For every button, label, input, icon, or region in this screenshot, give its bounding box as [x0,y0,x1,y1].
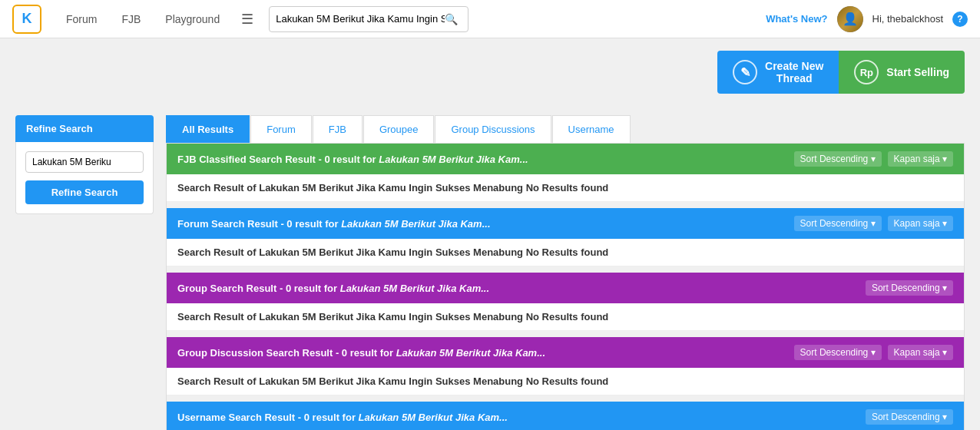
forum-title-text: Forum Search Result [177,218,278,230]
content: All Results Forum FJB Groupee Group Disc… [166,115,965,430]
pencil-icon: ✎ [733,60,757,84]
forum-result-section: Forum Search Result - 0 result for Lakuk… [167,208,964,266]
forum-result-header: Forum Search Result - 0 result for Lakuk… [167,208,964,239]
avatar-image: 👤 [837,6,863,32]
tab-username[interactable]: Username [552,115,631,143]
create-thread-label: Create NewThread [765,60,823,84]
group-result-section: Group Search Result - 0 result for Lakuk… [167,273,964,331]
rp-icon: Rp [854,60,879,84]
username-result-title: Username Search Result - 0 result for La… [177,412,508,423]
fjb-kapan-button[interactable]: Kapan saja ▾ [888,151,953,167]
forum-result-title: Forum Search Result - 0 result for Lakuk… [177,218,491,230]
sidebar-refine-button[interactable]: Refine Search [25,180,144,204]
divider-2 [167,266,964,273]
fjb-result-title: FJB Classified Search Result - 0 result … [177,154,528,165]
action-buttons: ✎ Create NewThread Rp Start Selling [0,38,980,100]
fjb-title-text: FJB Classified Search Result [177,154,316,165]
group-result-query: Lakukan 5M Berikut Jika Kam... [340,283,489,294]
tab-fjb[interactable]: FJB [313,115,363,143]
divider-4 [167,395,964,402]
fjb-result-body: Search Result of Lakukan 5M Berikut Jika… [167,174,964,202]
search-icon[interactable]: 🔍 [445,13,458,25]
group-result-header: Group Search Result - 0 result for Lakuk… [167,273,964,303]
divider-1 [167,202,964,208]
logo-letter: K [22,11,32,27]
username-result-header: Username Search Result - 0 result for La… [167,402,964,430]
logo[interactable]: K [12,5,41,34]
forum-result-prefix: - 0 result for [280,218,341,230]
username-result-query: Lakukan 5M Berikut Jika Kam... [359,412,508,423]
main-area: Refine Search Refine Search All Results … [0,100,980,430]
tab-groupee[interactable]: Groupee [363,115,435,143]
group-discussion-sort-controls: Sort Descending ▾ Kapan saja ▾ [794,345,953,360]
divider-3 [167,331,964,337]
search-bar: 🔍 [269,6,468,32]
group-discussion-result-query: Lakukan 5M Berikut Jika Kam... [396,347,545,359]
username-result-prefix: - 0 result for [298,412,359,423]
whats-new-link[interactable]: What's New? [766,13,827,25]
fjb-sort-button[interactable]: Sort Descending ▾ [794,151,882,167]
forum-result-query: Lakukan 5M Berikut Jika Kam... [341,218,490,230]
avatar[interactable]: 👤 [837,6,863,32]
nav-playground[interactable]: Playground [153,0,232,38]
nav-forum[interactable]: Forum [54,0,109,38]
group-result-title: Group Search Result - 0 result for Lakuk… [177,283,489,294]
start-selling-label: Start Selling [886,66,949,78]
sidebar-search-input[interactable] [25,151,144,173]
hamburger-icon[interactable]: ☰ [232,0,263,38]
forum-result-body: Search Result of Lakukan 5M Berikut Jika… [167,239,964,266]
username-result-section: Username Search Result - 0 result for La… [167,402,964,430]
group-discussion-result-section: Group Discussion Search Result - 0 resul… [167,337,964,395]
tabs: All Results Forum FJB Groupee Group Disc… [166,115,965,143]
username-title-text: Username Search Result [177,412,295,423]
group-discussion-result-header: Group Discussion Search Result - 0 resul… [167,337,964,368]
username-sort-controls: Sort Descending ▾ [866,409,953,425]
tab-forum[interactable]: Forum [250,115,312,143]
hi-user-label: Hi, thebalckhost [872,13,944,25]
navbar: K Forum FJB Playground ☰ 🔍 What's New? 👤… [0,0,980,38]
group-result-prefix: - 0 result for [280,283,340,294]
group-sort-controls: Sort Descending ▾ [866,280,953,296]
username-sort-button[interactable]: Sort Descending ▾ [866,409,953,425]
results-container: FJB Classified Search Result - 0 result … [166,143,965,430]
group-discussion-title-text: Group Discussion Search Result [177,347,333,359]
sidebar: Refine Search Refine Search [15,115,154,430]
group-discussion-result-prefix: - 0 result for [336,347,396,359]
sidebar-body: Refine Search [15,142,154,214]
group-discussion-result-title: Group Discussion Search Result - 0 resul… [177,347,545,359]
start-selling-button[interactable]: Rp Start Selling [839,51,965,94]
tab-all-results[interactable]: All Results [166,115,250,143]
fjb-result-prefix: - 0 result for [319,154,379,165]
forum-kapan-button[interactable]: Kapan saja ▾ [888,216,953,231]
forum-sort-controls: Sort Descending ▾ Kapan saja ▾ [794,216,953,231]
fjb-sort-controls: Sort Descending ▾ Kapan saja ▾ [794,151,953,167]
tab-group-discussions[interactable]: Group Discussions [435,115,551,143]
forum-sort-button[interactable]: Sort Descending ▾ [794,216,882,231]
group-discussion-result-body: Search Result of Lakukan 5M Berikut Jika… [167,368,964,395]
sidebar-title: Refine Search [15,115,154,142]
nav-fjb[interactable]: FJB [109,0,153,38]
fjb-result-query: Lakukan 5M Berikut Jika Kam... [379,154,528,165]
group-title-text: Group Search Result [177,283,276,294]
navbar-right: What's New? 👤 Hi, thebalckhost ? [766,6,968,32]
create-thread-button[interactable]: ✎ Create NewThread [717,51,839,94]
fjb-result-section: FJB Classified Search Result - 0 result … [167,144,964,202]
fjb-result-header: FJB Classified Search Result - 0 result … [167,144,964,174]
search-input[interactable] [276,13,445,25]
group-discussion-sort-button[interactable]: Sort Descending ▾ [794,345,882,360]
group-result-body: Search Result of Lakukan 5M Berikut Jika… [167,303,964,331]
group-discussion-kapan-button[interactable]: Kapan saja ▾ [888,345,953,360]
help-icon[interactable]: ? [952,12,968,27]
group-sort-button[interactable]: Sort Descending ▾ [866,280,953,296]
